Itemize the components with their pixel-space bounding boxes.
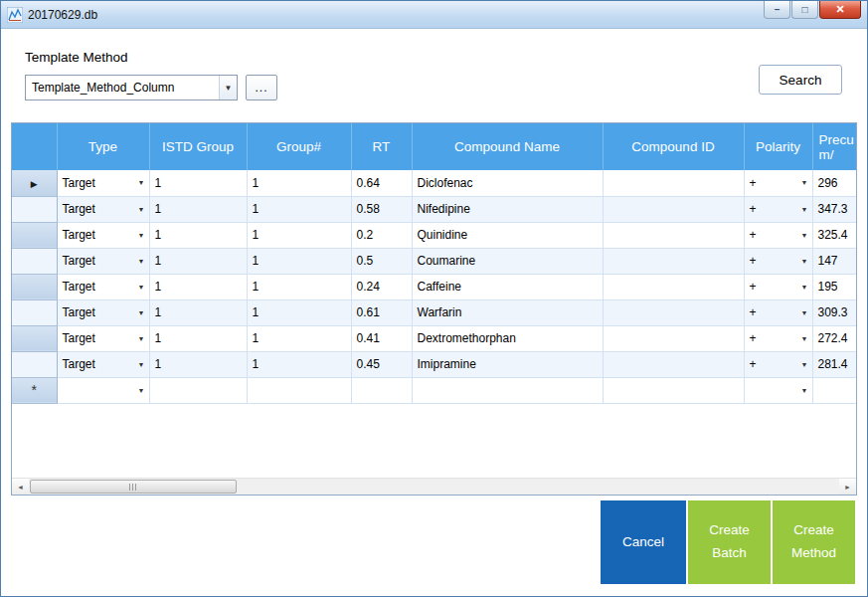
cell-rt[interactable]: 0.2 [351,222,412,248]
cell-polarity[interactable]: +▼ [744,170,812,196]
cell-precursor-mz[interactable]: 347.3 [812,196,856,222]
cell-polarity[interactable]: +▼ [744,222,812,248]
scrollbar-track[interactable] [29,479,839,495]
cell-rt[interactable]: 0.58 [351,196,412,222]
column-header-compound-id[interactable]: Compound ID [603,123,744,170]
row-header-cell[interactable] [12,351,57,377]
cell-precursor-mz[interactable]: 309.3 [812,299,856,325]
cell-polarity[interactable]: +▼ [744,351,812,377]
dropdown-arrow-icon[interactable]: ▼ [797,170,812,196]
cell-group-number[interactable]: 1 [247,299,351,325]
row-header-cell[interactable] [12,325,57,351]
cell-istd-group[interactable]: 1 [149,274,247,299]
cell-compound-id[interactable] [603,196,744,222]
cell-compound-name[interactable]: Imipramine [412,351,603,377]
cell-polarity[interactable]: +▼ [744,248,812,274]
cell-compound-id[interactable] [603,325,744,351]
create-batch-button[interactable]: Create Batch [688,500,771,584]
chevron-down-icon[interactable]: ▼ [219,76,237,100]
dropdown-arrow-icon[interactable]: ▼ [797,326,812,351]
column-header-istd-group[interactable]: ISTD Group [149,123,247,170]
cell-compound-name[interactable]: Dextromethorphan [412,325,603,351]
browse-button[interactable]: ... [246,75,277,100]
dropdown-arrow-icon[interactable]: ▼ [797,223,812,248]
cell-compound-id[interactable] [603,248,744,274]
cell-precursor-mz[interactable]: 147 [812,248,856,274]
cell-type[interactable]: Target▼ [57,170,149,196]
cell-rt[interactable]: 0.41 [351,325,412,351]
column-header-group-number[interactable]: Group# [247,123,351,170]
cell-precursor-mz[interactable]: 325.4 [812,222,856,248]
cell-compound-name[interactable] [412,377,603,403]
cell-type[interactable]: Target▼ [57,299,149,325]
dropdown-arrow-icon[interactable]: ▼ [797,249,812,274]
dropdown-arrow-icon[interactable]: ▼ [797,275,812,299]
cell-type[interactable]: Target▼ [57,196,149,222]
cell-istd-group[interactable]: 1 [149,170,247,196]
row-header-cell[interactable]: * [12,377,57,403]
cell-polarity[interactable]: +▼ [744,299,812,325]
template-method-dropdown[interactable]: Template_Method_Column ▼ [25,75,238,100]
row-header-cell[interactable] [12,299,57,325]
minimize-button[interactable]: – [764,1,790,19]
cell-compound-id[interactable] [603,222,744,248]
cell-polarity[interactable]: +▼ [744,325,812,351]
horizontal-scrollbar[interactable]: ◄ ► [12,478,856,495]
column-header-type[interactable]: Type [57,123,149,170]
cell-precursor-mz[interactable]: 281.4 [812,351,856,377]
cell-group-number[interactable] [247,377,351,403]
row-header-cell[interactable]: ▶ [12,170,57,196]
cell-polarity[interactable]: ▼ [744,377,812,403]
dropdown-arrow-icon[interactable]: ▼ [797,378,812,403]
cell-istd-group[interactable]: 1 [149,222,247,248]
cell-precursor-mz[interactable] [812,377,856,403]
cell-group-number[interactable]: 1 [247,248,351,274]
cell-compound-name[interactable]: Caffeine [412,274,603,299]
dropdown-arrow-icon[interactable]: ▼ [134,326,149,351]
cell-type[interactable]: Target▼ [57,351,149,377]
dropdown-arrow-icon[interactable]: ▼ [797,197,812,222]
cell-compound-id[interactable] [603,274,744,299]
cell-group-number[interactable]: 1 [247,325,351,351]
cell-rt[interactable]: 0.61 [351,299,412,325]
cell-compound-id[interactable] [603,170,744,196]
cell-istd-group[interactable]: 1 [149,325,247,351]
cell-istd-group[interactable]: 1 [149,196,247,222]
row-header-cell[interactable] [12,274,57,299]
column-header-rt[interactable]: RT [351,123,412,170]
cell-type[interactable]: Target▼ [57,325,149,351]
close-button[interactable]: ✕ [819,1,861,19]
row-header-cell[interactable] [12,196,57,222]
cell-compound-name[interactable]: Diclofenac [412,170,603,196]
maximize-button[interactable]: □ [791,1,818,19]
cell-type[interactable]: Target▼ [57,248,149,274]
cell-group-number[interactable]: 1 [247,222,351,248]
cell-compound-name[interactable]: Warfarin [412,299,603,325]
cell-rt[interactable]: 0.5 [351,248,412,274]
cell-compound-id[interactable] [603,299,744,325]
dropdown-arrow-icon[interactable]: ▼ [134,378,149,403]
dropdown-arrow-icon[interactable]: ▼ [797,300,812,325]
cell-compound-id[interactable] [603,377,744,403]
cell-precursor-mz[interactable]: 296 [812,170,856,196]
column-header-compound-name[interactable]: Compound Name [412,123,603,170]
scrollbar-thumb[interactable] [30,480,237,494]
row-header-cell[interactable] [12,248,57,274]
grid-corner-cell[interactable] [12,123,57,170]
cell-istd-group[interactable] [149,377,247,403]
cell-rt[interactable]: 0.24 [351,274,412,299]
cell-rt[interactable] [351,377,412,403]
cell-group-number[interactable]: 1 [247,351,351,377]
column-header-precursor-mz[interactable]: Precu m/ [812,123,856,170]
cancel-button[interactable]: Cancel [601,500,686,584]
dropdown-arrow-icon[interactable]: ▼ [134,170,149,196]
create-method-button[interactable]: Create Method [773,500,855,584]
scroll-left-button[interactable]: ◄ [12,479,29,495]
search-button[interactable]: Search [759,65,842,95]
cell-istd-group[interactable]: 1 [149,299,247,325]
dropdown-arrow-icon[interactable]: ▼ [797,352,812,377]
dropdown-arrow-icon[interactable]: ▼ [134,249,149,274]
titlebar[interactable]: 20170629.db – □ ✕ [1,1,867,29]
cell-compound-id[interactable] [603,351,744,377]
dropdown-arrow-icon[interactable]: ▼ [134,300,149,325]
